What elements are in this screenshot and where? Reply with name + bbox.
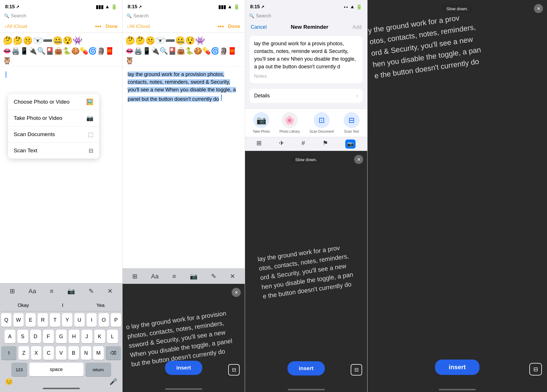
pred-i[interactable]: I [58, 302, 68, 309]
mic-key[interactable]: 🎤 [109, 378, 117, 385]
details-card[interactable]: Details › [250, 89, 363, 103]
note-body-2[interactable]: lay the ground work for a provision phot… [123, 67, 245, 268]
toolbar-pen-icon-2[interactable]: ✎ [211, 273, 216, 280]
key-row-3: ⇧ Z X C V B N M ⌫ [1, 346, 121, 360]
key-z[interactable]: Z [19, 346, 29, 360]
rtb-camera-icon[interactable]: 📷 [345, 139, 356, 149]
key-a[interactable]: A [5, 330, 15, 343]
key-o[interactable]: O [99, 313, 109, 327]
popup-choose-photo[interactable]: Choose Photo or Video 🖼️ [8, 94, 99, 110]
popup-item-icon-2: ⬚ [88, 131, 93, 138]
key-y[interactable]: Y [62, 313, 72, 327]
key-x[interactable]: X [31, 346, 42, 360]
key-f[interactable]: F [43, 330, 54, 343]
scan-corner-icon-2[interactable]: ⊟ [228, 364, 240, 375]
text-cursor-2 [221, 95, 222, 101]
action-take-photo[interactable]: 📷 Take Photo [253, 112, 270, 134]
key-i[interactable]: I [87, 313, 97, 327]
toolbar-camera-icon-2[interactable]: 📷 [190, 273, 197, 280]
key-g[interactable]: G [56, 330, 67, 343]
emoji-key[interactable]: 😊 [5, 378, 13, 385]
popup-item-label-1: Take Photo or Video [14, 115, 62, 121]
emoji-row2-2: 👄🖨️📱🔌🔍🎴👜🐍🍪💊🌀🗿🧧🦉 [125, 46, 242, 65]
back-button-1[interactable]: ‹ All iCloud [5, 24, 27, 29]
reminder-cancel-button[interactable]: Cancel [251, 24, 267, 30]
pred-yea[interactable]: Yea [92, 302, 109, 309]
rtb-location-icon[interactable]: ✈ [279, 139, 284, 149]
reminder-text-card[interactable]: lay the ground work for a provis photos,… [250, 36, 363, 83]
text-cursor [6, 71, 6, 78]
key-space[interactable]: space [29, 363, 83, 376]
done-button-1[interactable]: Done [106, 24, 118, 29]
toolbar-list-icon-2[interactable]: ≡ [172, 273, 176, 280]
rtb-calendar-icon[interactable]: ⊞ [256, 139, 262, 149]
scan-close-button-4[interactable]: ✕ [534, 4, 543, 13]
key-t[interactable]: T [50, 313, 60, 327]
key-r[interactable]: R [38, 313, 48, 327]
scan-close-button-3[interactable]: ✕ [354, 155, 363, 164]
key-return[interactable]: return [85, 363, 111, 376]
toolbar-close-icon-2[interactable]: ✕ [230, 273, 235, 280]
key-m[interactable]: M [93, 346, 104, 360]
key-l[interactable]: L [107, 330, 118, 343]
emoji-bar-1: 🤔🤔🤫🐻‍❄️➖🤐😯👾 👄🖨️📱🔌🔍🎴👜🐍🍪💊🌀🗿🧧🦉 [0, 33, 122, 67]
key-backspace[interactable]: ⌫ [106, 346, 121, 360]
key-s[interactable]: S [17, 330, 28, 343]
key-b[interactable]: B [68, 346, 79, 360]
rtb-flag-icon[interactable]: ⚑ [323, 139, 328, 149]
key-p[interactable]: P [111, 313, 121, 327]
key-j[interactable]: J [81, 330, 92, 343]
key-d[interactable]: D [30, 330, 41, 343]
toolbar-camera-icon[interactable]: 📷 [67, 288, 75, 295]
key-w[interactable]: W [13, 313, 24, 327]
popup-take-photo[interactable]: Take Photo or Video 📷 [8, 110, 99, 126]
rtb-hashtag-icon[interactable]: # [301, 139, 305, 149]
scan-close-button-2[interactable]: ✕ [232, 288, 241, 297]
action-scan-text[interactable]: ⊟ Scan Text [344, 112, 360, 134]
toolbar-pen-icon[interactable]: ✎ [89, 288, 94, 295]
pred-okay[interactable]: Okay [13, 302, 34, 309]
toolbar-grid-icon-2[interactable]: ⊞ [132, 273, 137, 280]
toolbar-font-icon[interactable]: Aa [28, 288, 36, 295]
popup-scan-docs[interactable]: Scan Documents ⬚ [8, 126, 99, 143]
action-photo-library[interactable]: 🌸 Photo Library [279, 112, 300, 134]
key-k[interactable]: K [94, 330, 105, 343]
toolbar-font-icon-2[interactable]: Aa [151, 273, 159, 280]
more-button-1[interactable]: ••• [95, 23, 101, 30]
key-q[interactable]: Q [1, 313, 11, 327]
status-bar-2: 8:15 ↗ ▮▮▮ ▲ 🔋 [123, 0, 245, 13]
insert-button-2[interactable]: insert [165, 361, 203, 375]
more-button-2[interactable]: ••• [217, 23, 224, 30]
key-e[interactable]: E [26, 313, 36, 327]
toolbar-list-icon[interactable]: ≡ [50, 288, 54, 295]
panel-notes-popup: 8:15 ↗ ▮▮▮ ▲ 🔋 🔍 Search ‹ All iCloud •••… [0, 0, 123, 392]
key-numbers[interactable]: 123 [11, 363, 27, 376]
status-icons-2: ▮▮▮ ▲ 🔋 [218, 4, 240, 10]
search-area-3[interactable]: 🔍 Search [245, 13, 367, 20]
key-n[interactable]: N [81, 346, 91, 360]
insert-button-4[interactable]: insert [435, 360, 479, 375]
large-scan-text: y the ground work for a prov otos, conta… [368, 0, 547, 89]
popup-scan-text[interactable]: Scan Text ⊟ [8, 143, 99, 159]
search-area-2[interactable]: 🔍 Search [123, 13, 245, 20]
scan-mode-icon-4[interactable]: ⊟ [529, 363, 542, 375]
reminder-add-button[interactable]: Add [352, 24, 362, 30]
search-area-1[interactable]: 🔍 Search [0, 13, 122, 20]
done-button-2[interactable]: Done [228, 24, 240, 29]
reminder-input[interactable]: lay the ground work for a provis photos,… [254, 40, 358, 71]
toolbar-close-icon[interactable]: ✕ [107, 288, 113, 295]
back-button-2[interactable]: ‹ All iCloud [127, 24, 150, 29]
reminder-notes-placeholder[interactable]: Notes [254, 73, 358, 79]
take-photo-icon: 📷 [256, 116, 266, 125]
take-photo-label: Take Photo [253, 130, 270, 134]
key-v[interactable]: V [56, 346, 66, 360]
scan-mode-icon-3[interactable]: ⊟ [351, 364, 362, 375]
key-u[interactable]: U [74, 313, 85, 327]
key-h[interactable]: H [69, 330, 79, 343]
key-shift[interactable]: ⇧ [1, 346, 17, 360]
key-c[interactable]: C [43, 346, 54, 360]
action-scan-document[interactable]: ⊡ Scan Document [310, 112, 334, 134]
toolbar-grid-icon[interactable]: ⊞ [10, 288, 15, 295]
insert-button-3-visible[interactable]: insert [287, 361, 325, 375]
popup-menu: Choose Photo or Video 🖼️ Take Photo or V… [8, 94, 99, 159]
